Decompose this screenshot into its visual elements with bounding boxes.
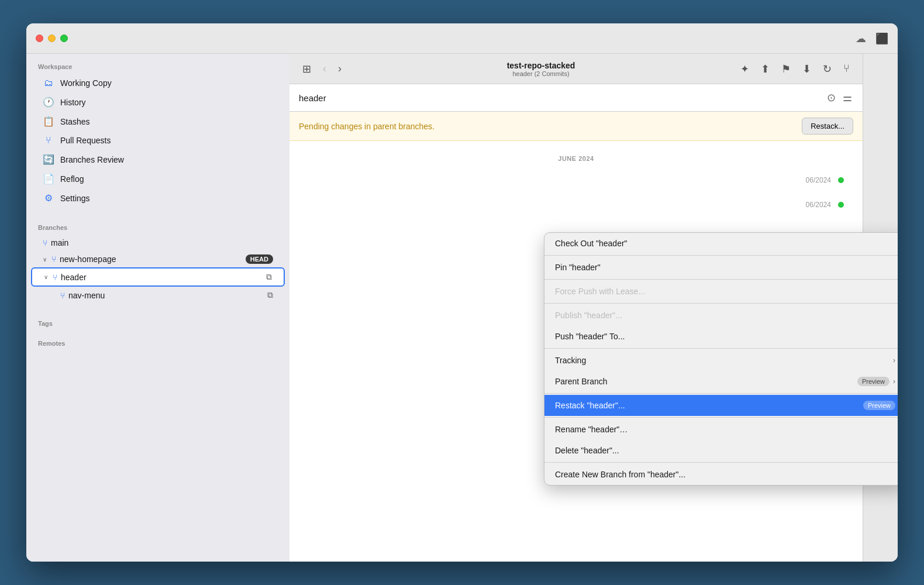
commit-date: 06/2024 <box>806 201 831 209</box>
sidebar-item-working-copy[interactable]: 🗂 Working Copy <box>31 74 285 92</box>
menu-item-label: Pin "header" <box>555 263 601 272</box>
menu-divider <box>544 393 898 394</box>
preview-badge: Preview <box>863 401 895 410</box>
menu-item-publish: Publish "header"... <box>544 305 898 326</box>
branch-item-new-homepage[interactable]: ∨ ⑂ new-homepage HEAD <box>31 251 285 267</box>
menu-divider <box>544 255 898 256</box>
branch-icon: ⑂ <box>53 273 57 282</box>
menu-item-parent-branch[interactable]: Parent Branch Preview › <box>544 371 898 392</box>
forward-button[interactable]: › <box>335 60 345 77</box>
menu-item-label: Tracking <box>555 356 586 365</box>
preview-badge: Preview <box>857 377 889 386</box>
commit-date: 06/2024 <box>806 176 831 184</box>
toolbar-title: test-repo-stacked header (2 Commits) <box>350 61 732 77</box>
repo-name: test-repo-stacked <box>350 61 732 70</box>
menu-divider <box>544 279 898 280</box>
menu-item-tracking[interactable]: Tracking › <box>544 350 898 371</box>
sidebar-item-label: Settings <box>60 194 90 203</box>
chevron-right-icon: › <box>893 356 895 364</box>
branch-label: new-homepage <box>60 254 116 264</box>
settings-icon: ⚙ <box>43 192 54 204</box>
cloud-icon[interactable]: ☁ <box>856 32 866 45</box>
review-icon: 🔄 <box>43 154 54 165</box>
close-button[interactable] <box>36 35 43 42</box>
minimize-button[interactable] <box>48 35 56 42</box>
sidebar-item-label: Stashes <box>60 117 90 126</box>
chevron-icon: ∨ <box>43 256 47 263</box>
pending-text: Pending changes in parent branches. <box>299 122 435 131</box>
branch-icon: ⑂ <box>51 254 56 264</box>
menu-item-rename[interactable]: Rename "header"… <box>544 419 898 440</box>
magic-button[interactable]: ✦ <box>737 60 753 78</box>
chevron-right-icon: › <box>893 377 895 386</box>
flag-button[interactable]: ⚑ <box>778 60 794 78</box>
context-menu: Check Out "header" Pin "header" Force Pu… <box>544 232 898 486</box>
download-button[interactable]: ⬇ <box>799 60 815 78</box>
menu-item-label: Parent Branch <box>555 377 608 386</box>
menu-item-label: Push "header" To... <box>555 332 625 341</box>
workspace-label: Workspace <box>26 54 289 74</box>
commit-row[interactable]: 06/2024 <box>299 169 853 191</box>
commit-row[interactable]: 06/2024 <box>299 194 853 216</box>
menu-item-right: › <box>893 356 895 364</box>
sidebar-item-branches-review[interactable]: 🔄 Branches Review <box>31 150 285 169</box>
restack-button[interactable]: Restack... <box>802 118 853 135</box>
menu-item-delete[interactable]: Delete "header"... <box>544 440 898 461</box>
menu-item-checkout[interactable]: Check Out "header" <box>544 233 898 254</box>
remotes-label: Remotes <box>26 331 289 350</box>
branch-label: header <box>61 273 87 282</box>
menu-divider <box>544 417 898 418</box>
sidebar-item-stashes[interactable]: 📋 Stashes <box>31 112 285 131</box>
sidebar-item-pull-requests[interactable]: ⑂ Pull Requests <box>31 131 285 150</box>
sidebar-item-label: Reflog <box>60 174 84 184</box>
maximize-button[interactable] <box>60 35 68 42</box>
sidebar-item-settings[interactable]: ⚙ Settings <box>31 188 285 208</box>
filter-button[interactable]: ⚌ <box>842 90 853 105</box>
menu-item-push[interactable]: Push "header" To... <box>544 326 898 347</box>
folder-icon: 🗂 <box>43 78 54 88</box>
menu-item-restack[interactable]: Restack "header"... Preview <box>544 395 898 416</box>
sidebar-item-history[interactable]: 🕐 History <box>31 92 285 112</box>
sidebar-item-label: Pull Requests <box>60 136 111 145</box>
branch-button[interactable]: ⑂ <box>840 60 853 77</box>
menu-item-label: Restack "header"... <box>555 401 625 410</box>
branch-icon: ⑂ <box>60 291 65 300</box>
hdd-icon[interactable]: ⬛ <box>875 32 888 45</box>
history-icon: 🕐 <box>43 97 54 108</box>
menu-item-label: Check Out "header" <box>555 239 628 248</box>
branches-label: Branches <box>26 215 289 235</box>
stash-icon: 📋 <box>43 116 54 127</box>
branch-item-nav-menu[interactable]: ⑂ nav-menu ⧉ <box>31 287 285 304</box>
branch-subtitle: header (2 Commits) <box>350 70 732 77</box>
sidebar-item-label: History <box>60 98 86 107</box>
menu-divider <box>544 348 898 349</box>
share-button[interactable]: ⬆ <box>757 60 773 78</box>
refresh-button[interactable]: ↻ <box>819 60 835 78</box>
menu-divider <box>544 303 898 304</box>
chevron-icon: ∨ <box>44 274 48 280</box>
menu-item-label: Rename "header"… <box>555 425 628 434</box>
commit-status-dot <box>838 177 844 183</box>
menu-item-create-branch[interactable]: Create New Branch from "header"... <box>544 464 898 485</box>
stack-icon: ⧉ <box>267 290 273 300</box>
reflog-icon: 📄 <box>43 173 54 184</box>
menu-item-force-push: Force Push with Lease... <box>544 281 898 302</box>
sidebar-toggle-button[interactable]: ⊞ <box>299 60 315 78</box>
branch-item-main[interactable]: ⑂ main <box>31 235 285 251</box>
menu-item-label: Delete "header"... <box>555 446 619 455</box>
sync-button[interactable]: ⊙ <box>826 90 837 105</box>
branch-icon: ⑂ <box>43 238 47 247</box>
sidebar-item-label: Working Copy <box>60 78 112 88</box>
menu-divider <box>544 462 898 463</box>
head-badge: HEAD <box>246 254 273 264</box>
branch-label: nav-menu <box>68 291 105 300</box>
menu-item-label: Force Push with Lease... <box>555 287 645 296</box>
search-bar: ⊙ ⚌ <box>289 84 863 112</box>
menu-item-pin[interactable]: Pin "header" <box>544 257 898 278</box>
back-button[interactable]: ‹ <box>319 60 330 77</box>
sidebar-item-reflog[interactable]: 📄 Reflog <box>31 169 285 188</box>
menu-item-right: Preview <box>863 401 895 410</box>
pr-icon: ⑂ <box>43 135 54 146</box>
search-input[interactable] <box>299 93 821 103</box>
branch-item-header[interactable]: ∨ ⑂ header ⧉ <box>31 267 285 287</box>
